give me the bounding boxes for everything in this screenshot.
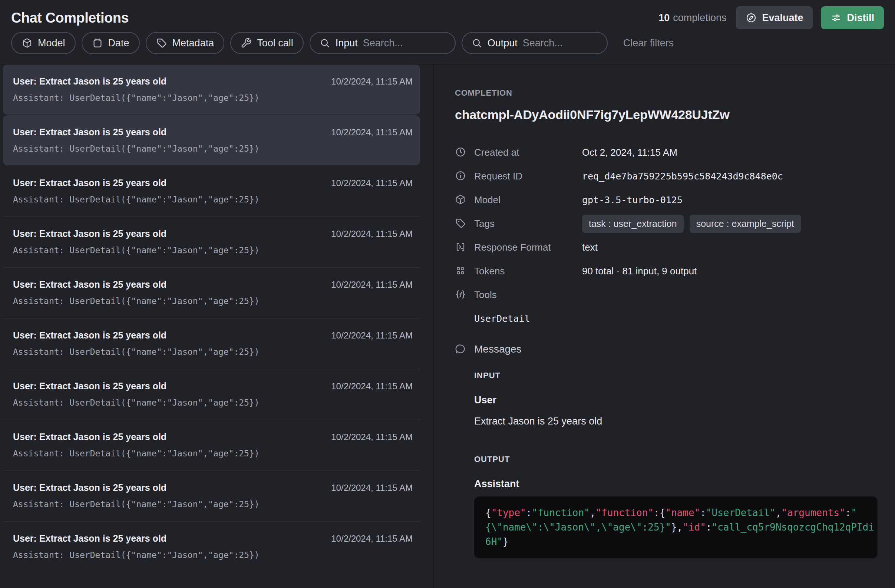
list-item[interactable]: User: Extract Jason is 25 years old10/2/… <box>3 420 420 471</box>
list-item-user-text: User: Extract Jason is 25 years old <box>13 76 167 87</box>
list-item-timestamp: 10/2/2024, 11:15 AM <box>331 229 413 239</box>
input-message-text: Extract Jason is 25 years old <box>474 415 879 427</box>
page-header: Chat Completions 10completions Evaluate … <box>0 0 895 65</box>
list-item-assistant-text: Assistant: UserDetail({"name":"Jason","a… <box>13 246 413 255</box>
completions-list: User: Extract Jason is 25 years old10/2/… <box>0 65 434 588</box>
list-item[interactable]: User: Extract Jason is 25 years old10/2/… <box>3 268 420 318</box>
list-item[interactable]: User: Extract Jason is 25 years old10/2/… <box>3 471 420 521</box>
tag-icon <box>156 38 167 48</box>
list-item-assistant-text: Assistant: UserDetail({"name":"Jason","a… <box>13 93 413 103</box>
filter-pill-tool-call[interactable]: Tool call <box>230 32 303 54</box>
detail-row-value: Oct 2, 2024, 11:15 AM <box>582 147 677 158</box>
input-search-field[interactable]: Input <box>309 32 456 54</box>
input-section-label: INPUT <box>474 371 879 380</box>
tokens-icon <box>455 265 467 277</box>
detail-row-tokens: Tokens90 total · 81 input, 9 output <box>455 259 879 283</box>
list-item-assistant-text: Assistant: UserDetail({"name":"Jason","a… <box>13 398 413 408</box>
list-item-user-text: User: Extract Jason is 25 years old <box>13 228 167 239</box>
list-item-assistant-text: Assistant: UserDetail({"name":"Jason","a… <box>13 296 413 306</box>
info-icon <box>455 170 467 182</box>
output-search-label: Output <box>487 38 517 49</box>
page-title: Chat Completions <box>11 10 129 26</box>
list-item-assistant-text: Assistant: UserDetail({"name":"Jason","a… <box>13 144 413 153</box>
compass-icon <box>746 12 757 23</box>
tools-icon <box>455 289 467 301</box>
filter-pill-model[interactable]: Model <box>11 32 76 54</box>
list-item-assistant-text: Assistant: UserDetail({"name":"Jason","a… <box>13 195 413 204</box>
list-item-assistant-text: Assistant: UserDetail({"name":"Jason","a… <box>13 347 413 357</box>
list-item[interactable]: User: Extract Jason is 25 years old10/2/… <box>3 166 420 217</box>
detail-row-response-format: Response Formattext <box>455 235 879 259</box>
detail-row-label: Tokens <box>474 265 582 277</box>
output-search-field[interactable]: Output <box>461 32 608 54</box>
messages-label: Messages <box>474 343 522 355</box>
list-item-timestamp: 10/2/2024, 11:15 AM <box>331 76 413 87</box>
list-item-timestamp: 10/2/2024, 11:15 AM <box>331 178 413 188</box>
detail-row-tools: Tools <box>455 283 879 307</box>
tag-chip[interactable]: source : example_script <box>690 215 801 233</box>
clear-filters-button[interactable]: Clear filters <box>623 38 674 49</box>
list-item-user-text: User: Extract Jason is 25 years old <box>13 533 167 544</box>
list-item-assistant-text: Assistant: UserDetail({"name":"Jason","a… <box>13 499 413 509</box>
list-item-user-text: User: Extract Jason is 25 years old <box>13 127 167 138</box>
input-search-input[interactable] <box>363 38 446 49</box>
cube-icon <box>455 194 467 206</box>
list-item-timestamp: 10/2/2024, 11:15 AM <box>331 432 413 442</box>
output-search-input[interactable] <box>523 38 598 49</box>
evaluate-button-label: Evaluate <box>762 12 803 24</box>
filter-bar: ModelDateMetadataTool call Input Output … <box>11 29 884 64</box>
list-item[interactable]: User: Extract Jason is 25 years old10/2/… <box>3 318 420 369</box>
list-item-user-text: User: Extract Jason is 25 years old <box>13 482 167 493</box>
detail-row-value: req_d4e7ba759225b595c584243d9c848e0c <box>582 171 783 182</box>
assistant-tool-call-code: {"type":"function","function":{"name":"U… <box>474 496 878 558</box>
filter-pill-metadata[interactable]: Metadata <box>146 32 225 54</box>
completions-count: 10completions <box>658 12 726 24</box>
detail-row-label: Model <box>474 194 582 206</box>
filter-pill-label: Tool call <box>257 38 293 49</box>
detail-row-label: Tags <box>474 218 582 229</box>
list-item[interactable]: User: Extract Jason is 25 years old10/2/… <box>3 217 420 268</box>
completion-section-label: COMPLETION <box>455 88 879 98</box>
evaluate-button[interactable]: Evaluate <box>736 6 813 29</box>
list-item[interactable]: User: Extract Jason is 25 years old10/2/… <box>3 369 420 420</box>
completions-count-label: completions <box>673 12 726 23</box>
output-section-label: OUTPUT <box>474 455 879 464</box>
list-item-timestamp: 10/2/2024, 11:15 AM <box>331 127 413 138</box>
clock-icon <box>455 147 467 158</box>
sliders-icon <box>830 12 842 23</box>
list-item-user-text: User: Extract Jason is 25 years old <box>13 279 167 290</box>
filter-pill-date[interactable]: Date <box>82 32 140 54</box>
detail-row-label: Created at <box>474 147 582 158</box>
messages-section-header[interactable]: Messages <box>455 343 879 355</box>
response-format-icon <box>455 241 467 253</box>
completion-id: chatcmpl-ADyAodii0NF7ig7yLepWW428UJtZw <box>455 108 879 122</box>
completion-detail-panel: COMPLETION chatcmpl-ADyAodii0NF7ig7yLepW… <box>434 65 895 588</box>
list-item-user-text: User: Extract Jason is 25 years old <box>13 381 167 391</box>
cube-icon <box>21 38 33 48</box>
detail-row-tags: Tagstask : user_extractionsource : examp… <box>455 212 879 235</box>
distill-button[interactable]: Distill <box>821 6 884 29</box>
detail-row-label: Request ID <box>474 171 582 182</box>
list-item[interactable]: User: Extract Jason is 25 years old10/2/… <box>3 115 420 165</box>
input-search-label: Input <box>335 38 358 49</box>
detail-row-label: Response Format <box>474 242 582 253</box>
calendar-icon <box>92 38 103 48</box>
list-item-user-text: User: Extract Jason is 25 years old <box>13 330 167 341</box>
list-item-user-text: User: Extract Jason is 25 years old <box>13 432 167 442</box>
list-item-assistant-text: Assistant: UserDetail({"name":"Jason","a… <box>13 449 413 458</box>
list-item-user-text: User: Extract Jason is 25 years old <box>13 177 167 188</box>
wrench-icon <box>241 38 252 48</box>
list-item-timestamp: 10/2/2024, 11:15 AM <box>331 381 413 391</box>
tool-name[interactable]: UserDetail <box>474 313 879 324</box>
detail-row-value: gpt-3.5-turbo-0125 <box>582 195 683 205</box>
detail-row-label: Tools <box>474 289 582 301</box>
detail-row-value: text <box>582 242 598 253</box>
filter-pill-label: Date <box>108 38 129 49</box>
tag-chip[interactable]: task : user_extraction <box>582 215 684 233</box>
search-icon <box>471 38 482 48</box>
list-item[interactable]: User: Extract Jason is 25 years old10/2/… <box>3 65 420 115</box>
filter-pill-label: Metadata <box>172 38 214 49</box>
detail-row-request-id: Request IDreq_d4e7ba759225b595c584243d9c… <box>455 164 879 188</box>
list-item[interactable]: User: Extract Jason is 25 years old10/2/… <box>3 521 420 573</box>
detail-row-value: 90 total · 81 input, 9 output <box>582 265 697 277</box>
